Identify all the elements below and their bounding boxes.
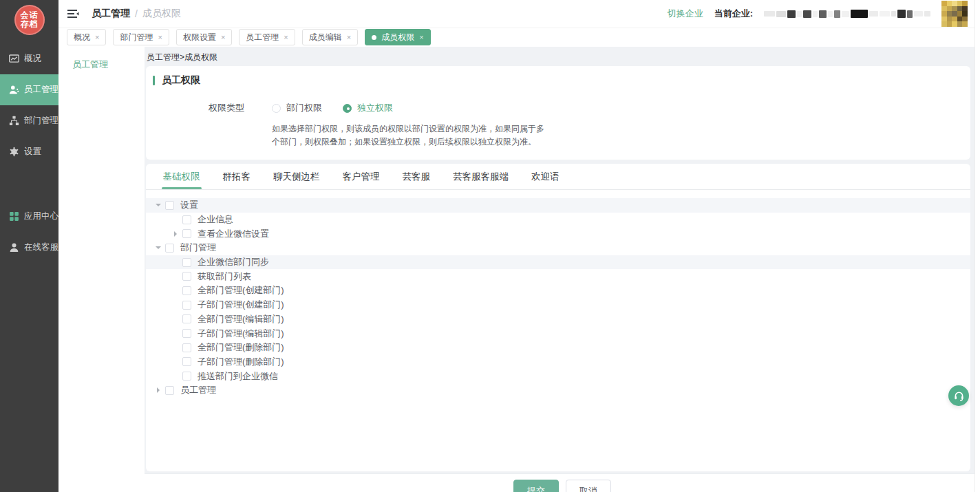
- tree-row[interactable]: 子部门管理(编辑部门): [146, 326, 970, 341]
- switch-company-link[interactable]: 切换企业: [668, 8, 703, 20]
- checkbox[interactable]: [182, 343, 191, 352]
- tree-row[interactable]: 企业信息: [146, 213, 970, 227]
- checkbox[interactable]: [182, 357, 191, 366]
- overview-icon: [9, 54, 19, 64]
- settings-icon: [9, 147, 19, 157]
- tree-row[interactable]: 推送部门到企业微信: [146, 369, 970, 383]
- tab-成员权限[interactable]: 成员权限×: [365, 29, 430, 45]
- tab-成员编辑[interactable]: 成员编辑×: [302, 29, 358, 45]
- sidebar-item-员工管理[interactable]: 员工管理: [0, 74, 58, 105]
- tree-row[interactable]: 查看企业微信设置: [146, 226, 970, 241]
- tree-node-label: 员工管理: [180, 384, 216, 396]
- checkbox[interactable]: [182, 329, 191, 338]
- tab-label: 概况: [74, 32, 90, 43]
- perm-tab-欢迎语[interactable]: 欢迎语: [531, 164, 560, 189]
- checkbox[interactable]: [182, 286, 191, 295]
- footer-action-bar: 提交 取消: [145, 473, 980, 492]
- perm-tab-聊天侧边栏[interactable]: 聊天侧边栏: [273, 164, 320, 189]
- caret-down-icon[interactable]: [156, 204, 161, 209]
- close-icon[interactable]: ×: [95, 34, 99, 41]
- department-icon: [9, 116, 19, 126]
- sidebar-item-应用中心[interactable]: 应用中心: [0, 201, 58, 232]
- submit-button[interactable]: 提交: [513, 480, 559, 492]
- checkbox[interactable]: [165, 244, 174, 253]
- avatar-pixel: [957, 1, 963, 6]
- perm-tab-群拓客[interactable]: 群拓客: [223, 164, 251, 189]
- checkbox[interactable]: [182, 272, 191, 281]
- radio-selected-icon[interactable]: [343, 104, 352, 113]
- caret-right-icon[interactable]: [174, 231, 180, 237]
- tree-row[interactable]: 获取部门列表: [146, 269, 970, 284]
- tree-row[interactable]: 子部门管理(删除部门): [146, 355, 970, 370]
- perm-tab-客户管理[interactable]: 客户管理: [343, 164, 380, 189]
- sidebar-menu: 概况员工管理部门管理设置: [0, 43, 58, 167]
- sidebar-item-label: 在线客服: [24, 242, 58, 253]
- caret-right-icon[interactable]: [157, 387, 162, 393]
- avatar-pixel: [947, 11, 952, 17]
- checkbox[interactable]: [165, 201, 174, 210]
- arrow-placeholder: [173, 288, 178, 293]
- arrow-placeholder: [173, 345, 178, 350]
- sidebar-bottom-menu: 应用中心在线客服: [0, 201, 58, 263]
- sidebar-item-label: 设置: [24, 146, 41, 158]
- perm-tab-基础权限[interactable]: 基础权限: [163, 164, 200, 189]
- avatar-pixel: [941, 21, 947, 27]
- tree-row[interactable]: 全部门管理(删除部门): [146, 341, 970, 355]
- radio-unselected-icon[interactable]: [272, 104, 281, 113]
- redaction-block: [914, 11, 923, 17]
- perm-tab-芸客服[interactable]: 芸客服: [403, 164, 431, 189]
- tab-概况[interactable]: 概况×: [67, 29, 106, 45]
- cancel-button[interactable]: 取消: [566, 480, 611, 492]
- checkbox[interactable]: [182, 215, 191, 224]
- checkbox[interactable]: [182, 314, 191, 323]
- avatar[interactable]: [941, 1, 968, 27]
- breadcrumb-parent[interactable]: 员工管理: [92, 8, 130, 20]
- tree-node-label: 全部门管理(创建部门): [198, 284, 284, 297]
- tree-row[interactable]: 子部门管理(创建部门): [146, 298, 970, 312]
- redaction-block: [819, 10, 827, 18]
- card-title-row: 员工权限: [146, 74, 970, 87]
- sidebar-item-staff-management[interactable]: 员工管理: [58, 47, 145, 71]
- redaction-block: [924, 11, 930, 17]
- permission-tree: 设置企业信息查看企业微信设置部门管理企业微信部门同步获取部门列表全部门管理(创建…: [146, 198, 970, 398]
- checkbox[interactable]: [182, 258, 191, 267]
- tab-label: 成员权限: [381, 32, 414, 43]
- sidebar-item-在线客服[interactable]: 在线客服: [0, 232, 58, 263]
- caret-down-icon[interactable]: [156, 246, 161, 252]
- tab-label: 成员编辑: [309, 32, 342, 43]
- radio-option-独立权限[interactable]: 独立权限: [343, 102, 393, 114]
- online-service-float-button[interactable]: [948, 385, 969, 406]
- radio-option-部门权限[interactable]: 部门权限: [272, 102, 322, 114]
- close-icon[interactable]: ×: [158, 34, 162, 41]
- tab-部门管理[interactable]: 部门管理×: [113, 29, 169, 45]
- permission-type-label: 权限类型: [146, 102, 244, 114]
- tree-row[interactable]: 设置: [146, 198, 970, 213]
- radio-option-label: 独立权限: [357, 102, 393, 114]
- collapse-menu-icon[interactable]: [67, 9, 79, 19]
- arrow-placeholder: [173, 331, 178, 336]
- sidebar-item-概况[interactable]: 概况: [0, 43, 58, 74]
- scrollbar-track[interactable]: [974, 0, 980, 492]
- tab-员工管理[interactable]: 员工管理×: [239, 29, 295, 45]
- close-icon[interactable]: ×: [419, 34, 423, 41]
- tree-node-label: 全部门管理(删除部门): [198, 341, 284, 354]
- tree-row[interactable]: 企业微信部门同步: [146, 255, 970, 270]
- tab-权限设置[interactable]: 权限设置×: [176, 29, 232, 45]
- perm-tab-芸客服客服端[interactable]: 芸客服客服端: [453, 164, 509, 189]
- close-icon[interactable]: ×: [221, 34, 225, 41]
- close-icon[interactable]: ×: [347, 34, 351, 41]
- tree-row[interactable]: 部门管理: [146, 241, 970, 255]
- checkbox[interactable]: [182, 372, 191, 381]
- sidebar-item-设置[interactable]: 设置: [0, 136, 58, 167]
- checkbox[interactable]: [182, 229, 191, 238]
- sidebar-item-部门管理[interactable]: 部门管理: [0, 105, 58, 136]
- tree-row[interactable]: 全部门管理(创建部门): [146, 284, 970, 298]
- close-icon[interactable]: ×: [284, 34, 288, 41]
- checkbox[interactable]: [182, 301, 191, 310]
- checkbox[interactable]: [165, 386, 174, 395]
- secondary-sidebar: 员工管理: [58, 47, 145, 492]
- redaction-block: [797, 11, 802, 17]
- tree-row[interactable]: 员工管理: [146, 383, 970, 398]
- tree-node-label: 子部门管理(编辑部门): [198, 328, 284, 340]
- tree-row[interactable]: 全部门管理(编辑部门): [146, 312, 970, 327]
